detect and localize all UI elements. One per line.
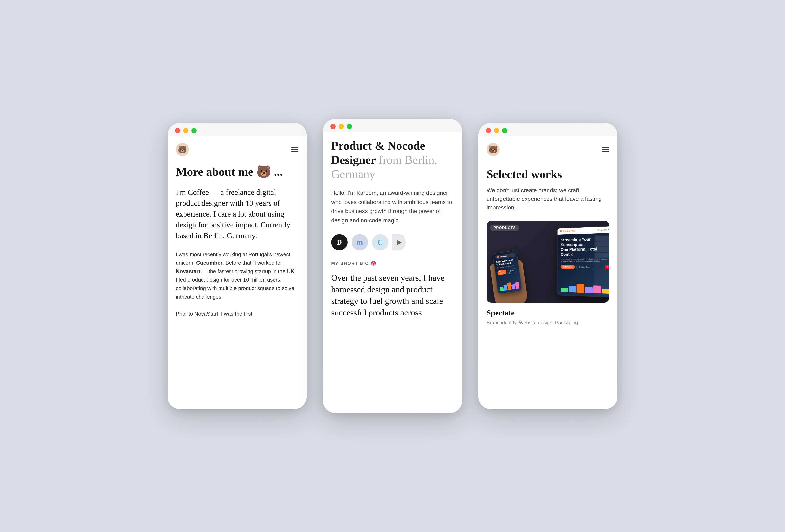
phone-1: 🐻 More about me 🐻 ... I'm Coffee — a fre… xyxy=(168,123,307,409)
brand-icon-4: ▶ xyxy=(392,234,406,250)
traffic-light-green[interactable] xyxy=(191,128,197,133)
phone-btn-secondary: Contact Sales xyxy=(507,268,517,274)
panel-row-3 xyxy=(595,247,609,252)
bio-small: I was most recently working at Portugal'… xyxy=(176,250,299,318)
brand-icon-4-label: ▶ xyxy=(397,239,402,246)
phone2-tl-green[interactable] xyxy=(347,124,352,129)
brand-icons-row: D m C ▶ xyxy=(331,234,454,250)
tablet-bar-2 xyxy=(568,286,576,292)
bio-section-text: Over the past seven years, I have harnes… xyxy=(331,272,454,319)
tablet-bar-4 xyxy=(585,287,593,293)
project-info: Spectate Brand identity, Website design,… xyxy=(486,308,609,326)
phone-btn-primary: Get Started xyxy=(497,269,506,275)
brand-icon-2-label: m xyxy=(356,238,363,247)
bio-large: I'm Coffee — a freelance digital product… xyxy=(176,187,299,241)
hamburger-line-3 xyxy=(291,151,299,152)
bio-text-4: Prior to NovaStart, I was the first xyxy=(176,311,252,317)
page-heading: More about me 🐻 ... xyxy=(176,165,299,179)
project-label: PRODUCTS xyxy=(490,224,519,231)
project-tags: Brand identity, Website design, Packagin… xyxy=(486,319,609,326)
phone-logo-dot xyxy=(497,256,499,258)
panel-row-4 xyxy=(595,252,609,258)
phone-3-chrome xyxy=(478,123,617,136)
works-title: Selected works xyxy=(486,167,609,181)
tablet-screen: SUBSYNC PRODUCTS Streamline Your Subscri… xyxy=(558,226,609,297)
phone3-hamburger-line-3 xyxy=(602,151,609,152)
traffic-light-red[interactable] xyxy=(175,128,180,133)
tablet-bar-1 xyxy=(561,288,568,292)
phone-3-content: 🐻 Selected works We don't just create br… xyxy=(478,136,617,409)
project-name: Spectate xyxy=(486,308,609,317)
phone-1-body: More about me 🐻 ... I'm Coffee — a freel… xyxy=(168,161,307,409)
phone3-hamburger-line-2 xyxy=(602,149,609,150)
phone2-tl-yellow[interactable] xyxy=(338,124,344,129)
bio-text-2: . Before that, I worked for xyxy=(222,260,282,266)
bio-bold-1: Cucumber xyxy=(196,260,223,266)
phone-3-nav: 🐻 xyxy=(478,136,617,161)
tablet-logo xyxy=(560,230,562,232)
traffic-light-yellow[interactable] xyxy=(183,128,188,133)
tablet-btn-secondary: Contact Sales xyxy=(576,265,593,269)
bar-5 xyxy=(515,282,520,289)
phone-brand-text: Subsync xyxy=(500,255,507,258)
tablet-brand: SUBSYNC xyxy=(563,229,576,233)
brand-icon-1: D xyxy=(331,234,348,250)
hamburger-line-1 xyxy=(291,147,299,148)
tablet-btn-primary: Get Started xyxy=(561,265,575,269)
brand-icon-1-label: D xyxy=(337,238,342,246)
phone-chart xyxy=(499,280,520,291)
phone-cta-row: Get Started Contact Sales xyxy=(497,268,517,275)
section-label: MY SHORT BIO 🎯 xyxy=(331,261,454,266)
phone3-hamburger-menu[interactable] xyxy=(602,147,609,152)
panel-row-2 xyxy=(595,241,609,247)
phone-2-body: Product & Nocode Designer from Berlin, G… xyxy=(323,132,462,413)
brand-icon-3: C xyxy=(372,234,388,250)
tablet-nav: PRODUCTS xyxy=(597,228,609,231)
bar-2 xyxy=(503,284,508,291)
hamburger-line-2 xyxy=(291,149,299,150)
phone-3-body: Selected works We don't just create bran… xyxy=(478,161,617,409)
phone-screen: Subsync Streamline Your Subscriptions On… xyxy=(493,250,522,293)
phone-1-chrome xyxy=(168,123,307,136)
hand-with-phone: Subsync Streamline Your Subscriptions On… xyxy=(493,262,525,302)
project-card: PRODUCTS Subsync xyxy=(486,221,609,302)
phone-1-content: 🐻 More about me 🐻 ... I'm Coffee — a fre… xyxy=(168,136,307,409)
phone3-tl-yellow[interactable] xyxy=(494,128,499,133)
phone-topbar: Subsync xyxy=(495,253,515,259)
phone2-tl-red[interactable] xyxy=(330,124,336,129)
phone-1-nav: 🐻 xyxy=(168,136,307,161)
hero-description: Hello! I'm Kareem, an award-winning desi… xyxy=(331,189,454,225)
phone3-hamburger-line-1 xyxy=(602,147,609,148)
phone-2-chrome xyxy=(323,119,462,132)
avatar[interactable]: 🐻 xyxy=(176,143,189,156)
hand-shape: Subsync Streamline Your Subscriptions On… xyxy=(489,260,528,302)
bar-4 xyxy=(511,284,515,290)
phone3-tl-red[interactable] xyxy=(486,128,491,133)
works-subtitle: We don't just create brands; we craft un… xyxy=(486,186,609,212)
brand-icon-3-label: C xyxy=(377,238,383,247)
bio-bold-2: Novastart xyxy=(176,268,200,274)
phone3-avatar[interactable]: 🐻 xyxy=(486,143,500,156)
tablet-bar-3 xyxy=(577,284,584,293)
hamburger-menu[interactable] xyxy=(291,147,299,152)
phone-2: Product & Nocode Designer from Berlin, G… xyxy=(323,119,462,413)
bar-3 xyxy=(507,282,511,290)
hero-title: Product & Nocode Designer from Berlin, G… xyxy=(331,138,454,181)
phones-container: 🐻 More about me 🐻 ... I'm Coffee — a fre… xyxy=(168,119,617,413)
bar-1 xyxy=(500,287,504,291)
tablet-right-panel xyxy=(594,235,609,295)
phone-2-content: Product & Nocode Designer from Berlin, G… xyxy=(323,132,462,413)
phone-3: 🐻 Selected works We don't just create br… xyxy=(478,123,617,409)
panel-row-1 xyxy=(595,236,609,241)
section-label-text: MY SHORT BIO 🎯 xyxy=(331,261,377,266)
brand-icon-2: m xyxy=(352,234,368,250)
phone3-tl-green[interactable] xyxy=(502,128,507,133)
tablet-mockup: SUBSYNC PRODUCTS Streamline Your Subscri… xyxy=(557,226,609,297)
